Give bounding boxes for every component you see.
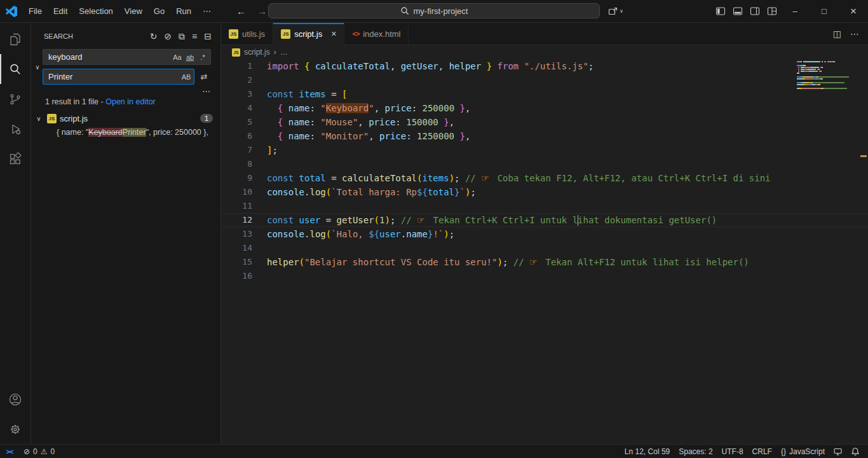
close-tab-icon[interactable]: ×	[331, 29, 336, 39]
line-content: const user = getUser(1); // ☞ Tekan Ctrl…	[267, 213, 717, 227]
breadcrumb: JS script.js › …	[221, 45, 868, 59]
remote-indicator[interactable]: ><	[0, 445, 19, 458]
status-bar-left: >< ⊘ 0 ⚠ 0	[0, 445, 59, 458]
toggle-search-details-icon[interactable]: ⋯	[202, 87, 210, 96]
code-line-8[interactable]: 8	[221, 157, 868, 171]
code-line-4[interactable]: 4 { name: "Keyboard", price: 250000 },	[221, 101, 868, 115]
code-line-13[interactable]: 13console.log(`Halo, ${user.name}!`);	[221, 227, 868, 241]
braces-icon: {}	[781, 447, 786, 456]
customize-layout-button[interactable]	[763, 0, 780, 22]
minimize-button[interactable]: –	[780, 0, 810, 22]
code-line-14[interactable]: 14	[221, 241, 868, 255]
breadcrumb-file[interactable]: script.js	[244, 48, 270, 57]
explorer-icon[interactable]	[0, 24, 31, 54]
code-line-2[interactable]: 2	[221, 73, 868, 87]
run-and-debug-icon[interactable]	[0, 114, 31, 144]
code-line-15[interactable]: 15helper("Belajar shortcut VS Code itu s…	[221, 255, 868, 269]
line-number: 12	[221, 213, 252, 227]
toggle-replace-chevron-icon[interactable]: ∨	[32, 49, 43, 85]
settings-gear-icon[interactable]	[0, 414, 31, 444]
indentation-status[interactable]: Spaces: 2	[674, 445, 717, 458]
encoding-status[interactable]: UTF-8	[717, 445, 748, 458]
notifications-bell-icon[interactable]	[846, 445, 864, 458]
line-content: const total = calculateTotal(items); // …	[267, 171, 771, 185]
code-line-11[interactable]: 11	[221, 199, 868, 213]
breadcrumb-separator-icon: ›	[274, 48, 276, 57]
accounts-icon[interactable]	[0, 384, 31, 414]
result-file-row[interactable]: ∨ JS script.js 1	[31, 111, 220, 125]
title-bar-right: – □ ×	[712, 0, 868, 22]
refresh-icon[interactable]: ↻	[150, 31, 158, 42]
open-remote-window-control[interactable]: ∨	[608, 0, 623, 22]
extensions-icon[interactable]	[0, 144, 31, 174]
toggle-primary-sidebar-button[interactable]	[712, 0, 729, 22]
open-new-search-editor-icon[interactable]: ⧉	[179, 31, 185, 42]
chevron-down-icon: ∨	[620, 8, 623, 14]
menu-go[interactable]: Go	[148, 0, 170, 22]
menu-selection[interactable]: Selection	[73, 0, 118, 22]
result-match-row[interactable]: { name: "KeyboardPrinter", price: 250000…	[31, 125, 220, 139]
code-line-12[interactable]: 12const user = getUser(1); // ☞ Tekan Ct…	[221, 213, 868, 227]
file-chevron-icon[interactable]: ∨	[34, 115, 44, 122]
match-whole-word-icon[interactable]: ab	[184, 51, 196, 64]
code-line-6[interactable]: 6 { name: "Monitor", price: 1250000 },	[221, 129, 868, 143]
replace-all-button[interactable]: ⇄	[197, 70, 211, 84]
results-count-text: 1 result in 1 file	[45, 97, 98, 106]
preserve-case-icon[interactable]: AB	[180, 71, 193, 83]
collapse-all-icon[interactable]: ⊟	[204, 31, 212, 42]
menu-more[interactable]: ⋯	[197, 0, 217, 22]
split-editor-icon[interactable]: ◫	[833, 29, 841, 39]
code-line-3[interactable]: 3const items = [	[221, 87, 868, 101]
pointing-hand-emoji: ☞	[481, 173, 492, 183]
clear-search-results-icon[interactable]: ⊘	[164, 31, 172, 42]
open-in-editor-link[interactable]: Open in editor	[105, 97, 156, 106]
back-arrow-icon[interactable]: ←	[236, 6, 246, 17]
menu-run[interactable]: Run	[170, 0, 197, 22]
menu-edit[interactable]: Edit	[48, 0, 73, 22]
problems-status[interactable]: ⊘ 0 ⚠ 0	[19, 445, 59, 458]
language-mode-status[interactable]: {} JavaScript	[776, 445, 829, 458]
search-and-replace: ∨ keyboard Aa ab .* Printer AB	[31, 45, 220, 85]
toggle-panel-button[interactable]	[729, 0, 746, 22]
close-window-button[interactable]: ×	[839, 0, 868, 22]
view-as-list-icon[interactable]: ≡	[192, 31, 197, 42]
tab-script-js[interactable]: JS script.js ×	[273, 23, 344, 45]
cursor-position-status[interactable]: Ln 12, Col 59	[620, 445, 674, 458]
maximize-button[interactable]: □	[810, 0, 839, 22]
search-view-icon[interactable]	[0, 54, 31, 84]
code-line-5[interactable]: 5 { name: "Mouse", price: 150000 },	[221, 115, 868, 129]
match-case-icon[interactable]: Aa	[171, 51, 184, 64]
code-line-10[interactable]: 10console.log(`Total harga: Rp${total}`)…	[221, 185, 868, 199]
code-editor[interactable]: 1import { calculateTotal, getUser, helpe…	[221, 59, 868, 444]
breadcrumb-symbol[interactable]: …	[280, 48, 288, 57]
line-number: 14	[221, 241, 252, 255]
use-regex-icon[interactable]: .*	[196, 51, 209, 64]
editor-more-actions-icon[interactable]: ⋯	[850, 29, 859, 39]
code-line-9[interactable]: 9const total = calculateTotal(items); //…	[221, 171, 868, 185]
search-sidebar: SEARCH ↻ ⊘ ⧉ ≡ ⊟ ∨ keyboard Aa ab	[31, 23, 221, 444]
menu-view[interactable]: View	[119, 0, 148, 22]
text-cursor	[578, 215, 579, 226]
search-input[interactable]: keyboard Aa ab .*	[43, 49, 211, 65]
code-line-1[interactable]: 1import { calculateTotal, getUser, helpe…	[221, 59, 868, 73]
tab-utils-js[interactable]: JS utils.js	[221, 23, 273, 45]
toggle-secondary-sidebar-button[interactable]	[746, 0, 763, 22]
eol-status[interactable]: CRLF	[748, 445, 776, 458]
menu-file[interactable]: File	[23, 0, 48, 22]
match-count-badge: 1	[200, 114, 213, 123]
code-line-16[interactable]: 16	[221, 269, 868, 283]
replace-input[interactable]: Printer AB	[43, 69, 194, 85]
line-number: 8	[221, 157, 252, 171]
line-number: 13	[221, 227, 252, 241]
tab-index-html[interactable]: <> index.html	[344, 23, 409, 45]
status-extra-icon[interactable]	[829, 445, 846, 458]
line-number: 7	[221, 143, 252, 157]
source-control-icon[interactable]	[0, 84, 31, 114]
code-line-7[interactable]: 7];	[221, 143, 868, 157]
forward-arrow-icon[interactable]: →	[257, 6, 267, 17]
tab-label: script.js	[294, 29, 322, 39]
line-number: 1	[221, 59, 252, 73]
overview-ruler[interactable]	[859, 59, 868, 444]
command-center-search[interactable]: my-first-project	[268, 3, 600, 18]
minimap[interactable]	[797, 61, 859, 92]
